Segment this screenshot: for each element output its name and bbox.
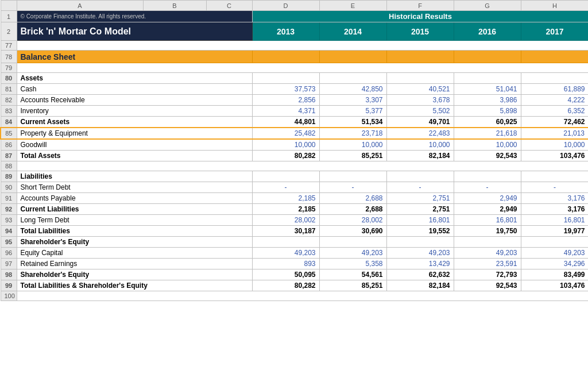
cl-2017: 3,176	[521, 204, 588, 215]
ta-2014: 85,251	[319, 151, 386, 161]
re-label: Retained Earnings	[17, 259, 252, 269]
tlse-2013: 80,282	[252, 280, 319, 291]
row-91-ap: 91 Accounts Payable 2,185 2,688 2,751 2,…	[1, 193, 588, 204]
row-100: 100	[1, 291, 588, 301]
se-2015: 62,632	[386, 269, 454, 280]
se-2017: 83,499	[521, 269, 588, 280]
row-90-std: 90 Short Term Debt - - - - -	[1, 182, 588, 193]
inv-2017: 6,352	[521, 106, 588, 117]
pe-2015: 22,483	[386, 128, 454, 139]
tlse-label: Total Liabilities & Shareholder's Equity	[17, 280, 252, 291]
re-2016: 23,591	[454, 259, 521, 269]
ca-2014: 51,534	[319, 117, 386, 128]
ca-2017: 72,462	[521, 117, 588, 128]
row-81-cash: 81 Cash 37,573 42,850 40,521 51,041 61,8…	[1, 84, 588, 95]
col-header-d: D	[252, 1, 319, 11]
ca-2015: 49,701	[386, 117, 454, 128]
ca-2016: 60,925	[454, 117, 521, 128]
ap-2017: 3,176	[521, 193, 588, 204]
row-96-ec: 96 Equity Capital 49,203 49,203 49,203 4…	[1, 248, 588, 259]
ar-2017: 4,222	[521, 95, 588, 106]
re-2015: 13,429	[386, 259, 454, 269]
cl-2014: 2,688	[319, 204, 386, 215]
cash-label: Cash	[17, 84, 252, 95]
row-88: 88	[1, 161, 588, 171]
row-85-property: 85 Property & Equipment 25,482 23,718 22…	[1, 128, 588, 139]
row-77: 77	[1, 41, 588, 51]
se-label: Shareholder's Equity	[17, 237, 252, 248]
tlse-2015: 82,184	[386, 280, 454, 291]
re-2017: 34,296	[521, 259, 588, 269]
cl-label: Current Liabilities	[17, 204, 252, 215]
total-assets-label: Total Assets	[17, 151, 252, 161]
col-header-h: H	[521, 1, 588, 11]
ta-2016: 92,543	[454, 151, 521, 161]
copyright-cell: © Corporate Finance Institute. All right…	[17, 11, 252, 22]
se-2016: 72,793	[454, 269, 521, 280]
cl-2013: 2,185	[252, 204, 319, 215]
ca-2013: 44,801	[252, 117, 319, 128]
ap-2014: 2,688	[319, 193, 386, 204]
std-2017: -	[521, 182, 588, 193]
std-2015: -	[386, 182, 454, 193]
row-1: 1 © Corporate Finance Institute. All rig…	[1, 11, 588, 22]
row-80-assets: 80 Assets	[1, 73, 588, 84]
tlse-2017: 103,476	[521, 280, 588, 291]
row-83-inventory: 83 Inventory 4,371 5,377 5,502 5,898 6,3…	[1, 106, 588, 117]
ta-2017: 103,476	[521, 151, 588, 161]
ec-2013: 49,203	[252, 248, 319, 259]
row-87-total-assets: 87 Total Assets 80,282 85,251 82,184 92,…	[1, 151, 588, 161]
year-2016: 2016	[454, 22, 521, 41]
assets-label: Assets	[17, 73, 252, 84]
cl-2015: 2,751	[386, 204, 454, 215]
col-header-rownum	[1, 1, 17, 11]
ar-2016: 3,986	[454, 95, 521, 106]
tl-2014: 30,690	[319, 226, 386, 237]
col-header-e: E	[319, 1, 386, 11]
spreadsheet: A B C D E F G H 1 © Corporate Finance In…	[0, 0, 588, 301]
row-89-liabilities: 89 Liabilities	[1, 171, 588, 182]
ar-2014: 3,307	[319, 95, 386, 106]
model-title: Brick 'n' Mortar Co Model	[17, 22, 252, 41]
ltd-2017: 16,801	[521, 215, 588, 226]
col-header-a: A	[17, 1, 143, 11]
ar-2013: 2,856	[252, 95, 319, 106]
row-84-current-assets: 84 Current Assets 44,801 51,534 49,701 6…	[1, 117, 588, 128]
row-num-1: 1	[1, 11, 17, 22]
year-2015: 2015	[386, 22, 454, 41]
tl-2016: 19,750	[454, 226, 521, 237]
row-93-ltd: 93 Long Term Debt 28,002 28,002 16,801 1…	[1, 215, 588, 226]
se-total-label: Shareholder's Equity	[17, 269, 252, 280]
ap-2013: 2,185	[252, 193, 319, 204]
pe-2017: 21,013	[521, 128, 588, 139]
current-assets-label: Current Assets	[17, 117, 252, 128]
row-79: 79	[1, 63, 588, 73]
cash-2015: 40,521	[386, 84, 454, 95]
row-2: 2 Brick 'n' Mortar Co Model 2013 2014 20…	[1, 22, 588, 41]
cash-2017: 61,889	[521, 84, 588, 95]
std-label: Short Term Debt	[17, 182, 252, 193]
tlse-2014: 85,251	[319, 280, 386, 291]
cl-2016: 2,949	[454, 204, 521, 215]
re-2013: 893	[252, 259, 319, 269]
re-2014: 5,358	[319, 259, 386, 269]
inv-2013: 4,371	[252, 106, 319, 117]
liabilities-label: Liabilities	[17, 171, 252, 182]
row-98-se: 98 Shareholder's Equity 50,095 54,561 62…	[1, 269, 588, 280]
historical-results-header: Historical Results	[252, 11, 588, 22]
ta-2015: 82,184	[386, 151, 454, 161]
ltd-2013: 28,002	[252, 215, 319, 226]
pe-2013: 25,482	[252, 128, 319, 139]
ltd-2015: 16,801	[386, 215, 454, 226]
ltd-2016: 16,801	[454, 215, 521, 226]
cash-2016: 51,041	[454, 84, 521, 95]
ec-2017: 49,203	[521, 248, 588, 259]
col-header-c: C	[206, 1, 252, 11]
tlse-2016: 92,543	[454, 280, 521, 291]
gw-2017: 10,000	[521, 139, 588, 151]
row-86-goodwill: 86 Goodwill 10,000 10,000 10,000 10,000 …	[1, 139, 588, 151]
std-2014: -	[319, 182, 386, 193]
ap-label: Accounts Payable	[17, 193, 252, 204]
tl-2015: 19,552	[386, 226, 454, 237]
balance-sheet-label: Balance Sheet	[17, 51, 252, 63]
